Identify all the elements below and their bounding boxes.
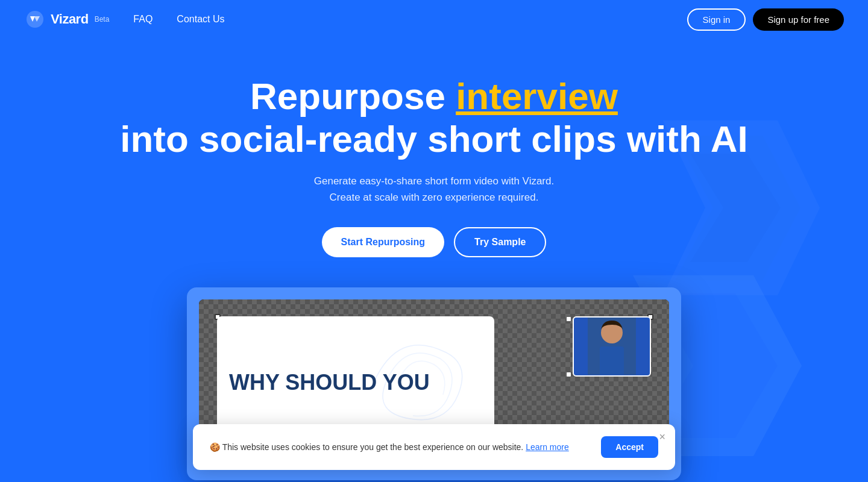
cookie-accept-button[interactable]: Accept: [601, 436, 658, 458]
cookie-message: This website uses cookies to ensure you …: [222, 442, 524, 452]
start-repurposing-button[interactable]: Start Repurposing: [322, 227, 445, 257]
handle-mid-top: [566, 316, 571, 322]
person-figure: [588, 318, 636, 375]
cookie-close-button[interactable]: ×: [659, 431, 665, 442]
preview-video-thumbnail: [573, 316, 651, 377]
logo-area: Vizard Beta: [24, 8, 109, 30]
hero-subtitle-line2: Create at scale with zero experience req…: [330, 192, 539, 203]
nav-faq[interactable]: FAQ: [133, 14, 153, 25]
hero-subtitle: Generate easy-to-share short form video …: [314, 173, 554, 205]
handle-mid-bottom: [566, 372, 571, 377]
beta-badge: Beta: [95, 15, 110, 23]
vizard-logo-icon: [24, 8, 46, 30]
nav-contact[interactable]: Contact Us: [177, 14, 224, 25]
hero-title-part1: Repurpose: [250, 75, 456, 117]
navbar: Vizard Beta FAQ Contact Us Sign in Sign …: [0, 0, 868, 39]
navbar-left: Vizard Beta FAQ Contact Us: [24, 8, 224, 30]
signup-button[interactable]: Sign up for free: [753, 8, 844, 31]
svg-rect-4: [600, 346, 624, 375]
hero-title-highlight: interview: [456, 75, 618, 117]
cookie-text: 🍪 This website uses cookies to ensure yo…: [210, 442, 589, 452]
hero-title: Repurpose interview into social-ready sh…: [120, 75, 748, 161]
cookie-emoji: 🍪: [210, 442, 220, 452]
preview-card-text: WHY SHOULD YOU: [229, 369, 430, 395]
hero-buttons: Start Repurposing Try Sample: [322, 227, 547, 257]
logo-text: Vizard: [51, 11, 89, 27]
hero-section: Repurpose interview into social-ready sh…: [0, 39, 868, 480]
hero-subtitle-line1: Generate easy-to-share short form video …: [314, 175, 554, 187]
signin-button[interactable]: Sign in: [687, 8, 746, 31]
navbar-right: Sign in Sign up for free: [687, 8, 844, 31]
hero-title-part2: into social-ready short clips with AI: [120, 118, 748, 160]
cookie-learn-more[interactable]: Learn more: [526, 442, 569, 452]
cookie-banner: 🍪 This website uses cookies to ensure yo…: [193, 424, 675, 470]
try-sample-button[interactable]: Try Sample: [454, 227, 546, 257]
